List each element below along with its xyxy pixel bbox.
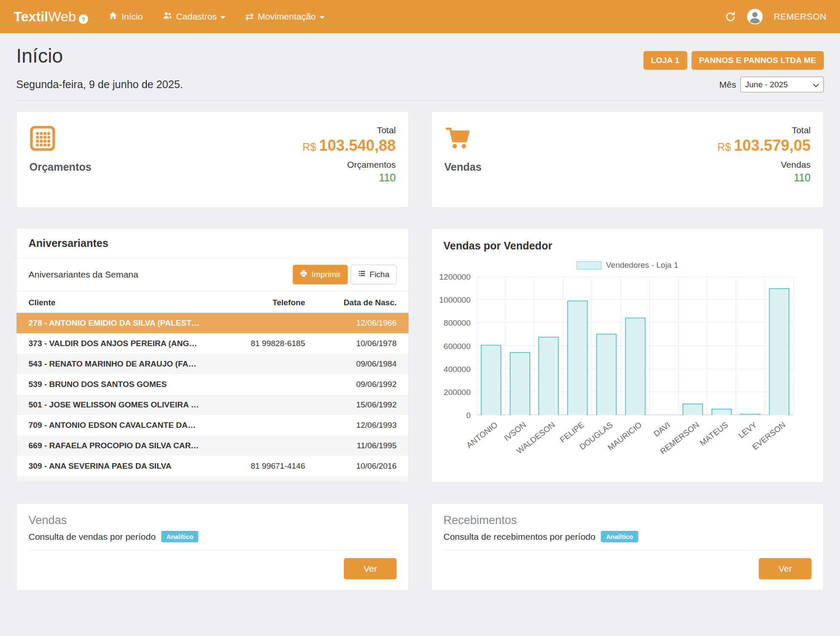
home-icon xyxy=(109,11,117,22)
table-row[interactable]: 669 - RAFAELA PROCOPIO DA SILVA CARVA… 1… xyxy=(17,435,409,456)
x-tick-label: DAVI xyxy=(652,420,672,439)
bottom-card-title: Vendas xyxy=(29,514,397,527)
col-data-nasc: Data de Nasc. xyxy=(317,291,409,313)
gridline-vertical xyxy=(505,277,506,415)
summary-right: Total R$103.540,88 Orçamentos 110 xyxy=(303,125,396,194)
cell-cliente: 669 - RAFAELA PROCOPIO DA SILVA CARVA… xyxy=(17,435,213,456)
chevron-down-icon xyxy=(813,80,819,89)
cell-data-nasc: 11/06/1995 xyxy=(317,435,409,456)
summary-right: Total R$103.579,05 Vendas 110 xyxy=(717,125,811,194)
table-row[interactable]: 501 - JOSE WELISSON GOMES OLIVEIRA (E… 1… xyxy=(17,395,409,415)
ficha-button[interactable]: Ficha xyxy=(351,265,397,284)
month-select[interactable]: June - 2025 xyxy=(740,77,824,92)
refresh-icon[interactable] xyxy=(725,11,736,23)
cell-cliente: 543 - RENATO MARINHO DE ARAUJO (FAZE… xyxy=(17,354,213,374)
table-row[interactable]: 278 - ANTONIO EMIDIO DA SILVA (PALESTI… … xyxy=(17,313,409,334)
gridline-vertical xyxy=(534,277,534,415)
vendas-consulta-card: Vendas Consulta de vendas por período An… xyxy=(16,503,409,591)
currency: R$ xyxy=(717,141,731,153)
date-row: Segunda-feira, 9 de junho de 2025. Mês J… xyxy=(16,77,824,101)
cell-data-nasc: 09/06/1984 xyxy=(317,354,409,374)
table-row[interactable]: 543 - RENATO MARINHO DE ARAUJO (FAZE… 09… xyxy=(17,354,409,374)
y-tick-label: 400000 xyxy=(444,365,471,374)
gridline-horizontal xyxy=(477,299,794,300)
table-row[interactable]: 539 - BRUNO DOS SANTOS GOMES 09/06/1992 xyxy=(17,374,409,395)
month-picker: Mês June - 2025 xyxy=(719,77,824,92)
ver-button[interactable]: Ver xyxy=(344,558,397,579)
chart-plot-row: 020000040000060000080000010000001200000 xyxy=(441,277,814,415)
y-tick-label: 600000 xyxy=(444,342,471,351)
cell-data-nasc: 10/06/2016 xyxy=(317,456,409,476)
count-label: Vendas xyxy=(717,160,811,170)
table-row[interactable]: 709 - ANTONIO EDSON CAVALCANTE DANTAS 12… xyxy=(17,415,409,435)
count-value: 110 xyxy=(717,172,811,184)
card-label: Vendas xyxy=(444,161,482,173)
ver-button[interactable]: Ver xyxy=(759,558,811,579)
cell-data-nasc: 15/06/1992 xyxy=(317,395,409,415)
cart-icon xyxy=(444,146,471,153)
page-header: Início LOJA 1 PANNOS E PANNOS LTDA ME xyxy=(16,44,824,70)
table-header-row: Cliente Telefone Data de Nasc. xyxy=(17,291,409,313)
scroll-cut-row xyxy=(17,476,409,482)
nav-item-label: Movimentação xyxy=(257,11,316,22)
gridline-horizontal xyxy=(477,277,794,277)
birthdays-body: 278 - ANTONIO EMIDIO DA SILVA (PALESTI… … xyxy=(17,313,409,477)
count-label: Orçamentos xyxy=(303,160,396,170)
legend-swatch xyxy=(577,261,601,269)
users-icon xyxy=(163,11,172,23)
amount: 103.579,05 xyxy=(734,137,811,154)
chart-bar xyxy=(596,334,617,415)
avatar[interactable] xyxy=(746,8,763,25)
cell-cliente: 373 - VALDIR DOS ANJOS PEREIRA (ANGELA) xyxy=(17,333,213,354)
y-tick-label: 1200000 xyxy=(439,272,471,282)
recebimentos-card: Recebimentos Consulta de recebimentos po… xyxy=(431,503,824,591)
table-row[interactable]: 373 - VALDIR DOS ANJOS PEREIRA (ANGELA) … xyxy=(17,333,409,354)
amount: 103.540,88 xyxy=(319,137,396,154)
chevron-down-icon xyxy=(320,16,325,19)
count-value: 110 xyxy=(303,172,396,184)
nav-item-inicio[interactable]: Início xyxy=(109,11,143,22)
cell-telefone xyxy=(213,313,317,334)
nav-item-label: Cadastros xyxy=(176,11,217,22)
vendas-por-vendedor-card: Vendas por Vendedor Vendedores - Loja 1 … xyxy=(431,228,824,483)
app-logo[interactable]: TextilWeb xyxy=(14,9,76,25)
col-cliente: Cliente xyxy=(17,291,213,313)
cell-cliente: 278 - ANTONIO EMIDIO DA SILVA (PALESTI… xyxy=(17,313,213,334)
bottom-card-actions: Ver xyxy=(29,558,397,579)
cell-telefone: 81 99671-4146 xyxy=(213,456,317,476)
brand-bold: Textil xyxy=(14,9,48,25)
total-value: R$103.579,05 xyxy=(717,137,811,155)
company-button[interactable]: PANNOS E PANNOS LTDA ME xyxy=(691,51,824,70)
page-container: Início LOJA 1 PANNOS E PANNOS LTDA ME Se… xyxy=(0,33,840,608)
x-tick-label: MATEUS xyxy=(698,420,730,448)
bottom-row: Vendas Consulta de vendas por período An… xyxy=(16,503,824,591)
help-icon[interactable]: ? xyxy=(79,14,88,24)
brand-light: Web xyxy=(48,9,76,25)
cell-telefone xyxy=(213,354,317,374)
username[interactable]: REMERSON xyxy=(774,11,826,22)
store-button[interactable]: LOJA 1 xyxy=(643,51,687,70)
calculator-icon xyxy=(29,146,56,153)
vendas-card: Vendas Total R$103.579,05 Vendas 110 xyxy=(431,111,824,208)
birthdays-toolbar: Aniversariantes da Semana Imprimir Ficha xyxy=(17,258,409,291)
chart-bar xyxy=(711,409,732,415)
gridline-vertical xyxy=(477,277,477,415)
chart-bar xyxy=(625,318,646,415)
table-row[interactable]: 309 - ANA SEVERINA PAES DA SILVA 81 9967… xyxy=(17,456,409,476)
chart-legend[interactable]: Vendedores - Loja 1 xyxy=(441,261,814,270)
nav-item-cadastros[interactable]: Cadastros xyxy=(163,11,226,23)
imprimir-button[interactable]: Imprimir xyxy=(293,265,348,284)
bottom-card-desc: Consulta de vendas por período Analítico xyxy=(29,531,397,550)
col-telefone: Telefone xyxy=(213,291,317,313)
chart-bar xyxy=(769,288,789,415)
gridline-vertical xyxy=(678,277,679,415)
chart-bar xyxy=(481,345,501,415)
nav-item-movimentacao[interactable]: ⇄ Movimentação xyxy=(245,11,325,22)
aniversariantes-card: Aniversariantes Aniversariantes da Seman… xyxy=(16,228,409,483)
gridline-vertical xyxy=(563,277,563,415)
bottom-card-title: Recebimentos xyxy=(443,514,811,527)
cell-data-nasc: 09/06/1992 xyxy=(317,374,409,395)
bottom-card-desc: Consulta de recebimentos por período Ana… xyxy=(443,531,811,550)
top-navbar: TextilWeb ? Início Cadastros ⇄ Movimenta… xyxy=(0,0,840,33)
month-label: Mês xyxy=(719,80,736,90)
